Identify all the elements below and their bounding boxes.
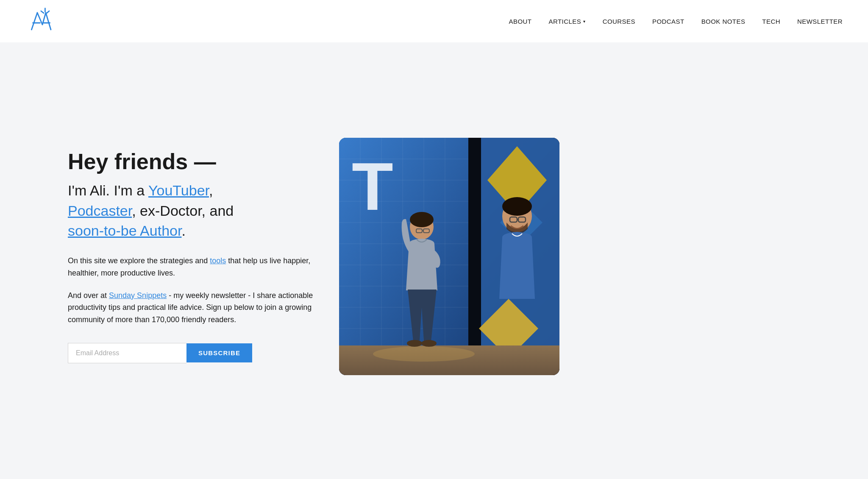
- description-2: And over at Sunday Snippets - my weekly …: [68, 290, 314, 326]
- hero-image: T: [339, 138, 559, 375]
- logo[interactable]: [25, 6, 59, 36]
- hero-text: Hey friends — I'm Ali. I'm a YouTuber, P…: [68, 150, 314, 363]
- hero-title: Hey friends —: [68, 150, 314, 174]
- stage-scene-svg: T: [339, 138, 559, 375]
- hero-subtitle: I'm Ali. I'm a YouTuber, Podcaster, ex-D…: [68, 181, 314, 241]
- svg-point-40: [421, 340, 437, 347]
- site-header: ABOUT ARTICLES ▾ COURSES PODCAST BOOK NO…: [0, 0, 868, 42]
- main-content: Hey friends — I'm Ali. I'm a YouTuber, P…: [0, 42, 868, 479]
- subtitle-mid: , ex-Doctor, and: [132, 203, 234, 219]
- main-nav: ABOUT ARTICLES ▾ COURSES PODCAST BOOK NO…: [509, 18, 843, 25]
- svg-rect-27: [468, 138, 481, 345]
- subtitle-period: .: [181, 223, 185, 239]
- nav-newsletter[interactable]: NEWSLETTER: [797, 18, 843, 25]
- svg-point-33: [373, 346, 475, 362]
- subtitle-pre: I'm Ali. I'm a: [68, 182, 148, 198]
- logo-icon: [25, 6, 59, 36]
- nav-tech[interactable]: TECH: [762, 18, 780, 25]
- svg-line-8: [47, 11, 49, 13]
- youtuber-link[interactable]: YouTuber: [148, 182, 209, 198]
- svg-point-35: [410, 212, 434, 227]
- svg-line-4: [46, 13, 51, 30]
- subscribe-button[interactable]: SUBSCRIBE: [186, 343, 252, 362]
- nav-about[interactable]: ABOUT: [509, 18, 532, 25]
- svg-point-42: [502, 197, 532, 216]
- chevron-down-icon: ▾: [583, 19, 585, 24]
- nav-book-notes[interactable]: BOOK NOTES: [701, 18, 746, 25]
- svg-point-39: [407, 340, 422, 347]
- svg-line-7: [41, 11, 44, 13]
- subtitle-comma: ,: [209, 182, 213, 198]
- hero-image-area: T: [339, 138, 559, 375]
- svg-line-0: [31, 13, 37, 30]
- subscribe-form: SUBSCRIBE: [68, 343, 314, 363]
- email-input[interactable]: [68, 343, 186, 363]
- sunday-snippets-link[interactable]: Sunday Snippets: [109, 291, 167, 300]
- podcaster-link[interactable]: Podcaster: [68, 203, 132, 219]
- desc2-pre: And over at: [68, 291, 109, 300]
- description-1: On this site we explore the strategies a…: [68, 255, 314, 279]
- desc1-pre: On this site we explore the strategies a…: [68, 256, 210, 265]
- nav-courses[interactable]: COURSES: [603, 18, 635, 25]
- nav-articles-label: ARTICLES: [549, 18, 581, 25]
- tools-link[interactable]: tools: [210, 256, 226, 265]
- author-link[interactable]: soon-to-be Author: [68, 223, 181, 239]
- nav-articles[interactable]: ARTICLES ▾: [549, 18, 586, 25]
- nav-podcast[interactable]: PODCAST: [652, 18, 684, 25]
